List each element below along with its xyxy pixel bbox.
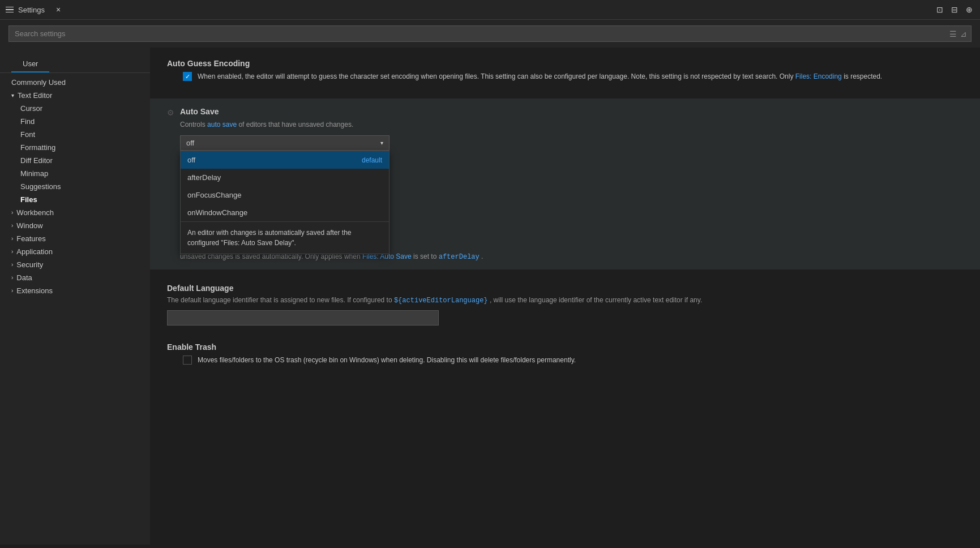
data-chevron: › xyxy=(11,275,13,281)
font-label: Font xyxy=(20,130,35,139)
extensions-label: Extensions xyxy=(16,286,53,295)
main-layout: User Commonly Used ▾ Text Editor Cursor … xyxy=(0,48,980,545)
commonly-used-label: Commonly Used xyxy=(11,78,66,87)
sidebar-item-suggestions[interactable]: Suggestions xyxy=(0,180,150,193)
window-label: Window xyxy=(16,221,42,230)
sidebar-item-features[interactable]: › Features xyxy=(0,232,150,245)
active-editor-language-mono: ${activeEditorLanguage} xyxy=(394,297,488,305)
option-off-label: off xyxy=(187,156,195,164)
auto-save-title: Auto Save xyxy=(180,107,963,116)
files-label: Files xyxy=(20,195,37,204)
sidebar-item-files[interactable]: Files xyxy=(0,193,150,206)
sidebar-item-diff-editor[interactable]: Diff Editor xyxy=(0,154,150,167)
sidebar-item-extensions[interactable]: › Extensions xyxy=(0,284,150,297)
auto-guess-encoding-label: When enabled, the editor will attempt to… xyxy=(198,71,882,82)
sidebar-item-minimap[interactable]: Minimap xyxy=(0,167,150,180)
auto-guess-encoding-title: Auto Guess Encoding xyxy=(167,59,963,68)
layout-icon-3[interactable]: ⊕ xyxy=(964,3,974,16)
sidebar-item-commonly-used[interactable]: Commonly Used xyxy=(0,76,150,89)
formatting-label: Formatting xyxy=(20,143,55,152)
auto-save-gear-icon[interactable]: ⚙ xyxy=(167,108,174,117)
title-bar-left: Settings × xyxy=(6,4,64,15)
sidebar: User Commonly Used ▾ Text Editor Cursor … xyxy=(0,48,150,545)
sidebar-item-window[interactable]: › Window xyxy=(0,219,150,232)
dropdown-option-off[interactable]: off default xyxy=(181,151,389,169)
enable-trash-checkbox-row: Moves files/folders to the OS trash (rec… xyxy=(167,355,963,365)
dropdown-option-afterdelay[interactable]: afterDelay xyxy=(181,169,389,186)
title-bar: Settings × ⊡ ⊟ ⊕ xyxy=(0,0,980,20)
sidebar-item-font[interactable]: Font xyxy=(0,128,150,141)
clear-search-icon[interactable]: ☰ xyxy=(949,29,957,38)
features-label: Features xyxy=(16,234,45,243)
window-chevron: › xyxy=(11,222,13,229)
default-language-input[interactable] xyxy=(167,310,439,326)
extensions-chevron: › xyxy=(11,288,13,294)
auto-save-dropdown-wrapper: off ▾ off default afterDelay xyxy=(180,135,390,151)
filter-icon[interactable]: ⊿ xyxy=(960,29,967,38)
diff-editor-label: Diff Editor xyxy=(20,156,53,165)
default-language-title: Default Language xyxy=(167,284,963,293)
workbench-label: Workbench xyxy=(16,208,54,217)
auto-save-link[interactable]: auto save xyxy=(207,121,237,129)
enable-trash-checkbox[interactable] xyxy=(183,356,192,365)
data-label: Data xyxy=(16,273,32,282)
cursor-label: Cursor xyxy=(20,104,42,113)
auto-save-dropdown-menu: off default afterDelay onFocusChange onW… xyxy=(180,151,390,254)
security-chevron: › xyxy=(11,262,13,268)
enable-trash-title: Enable Trash xyxy=(167,342,963,352)
dropdown-arrow-icon: ▾ xyxy=(380,140,383,146)
dropdown-tooltip: An editor with changes is automatically … xyxy=(181,221,389,254)
search-input[interactable] xyxy=(8,25,972,42)
application-chevron: › xyxy=(11,249,13,255)
dropdown-option-onwindowchange[interactable]: onWindowChange xyxy=(181,204,389,221)
application-label: Application xyxy=(16,247,53,256)
content-area: Auto Guess Encoding When enabled, the ed… xyxy=(150,48,980,545)
option-onfocuschange-label: onFocusChange xyxy=(187,191,241,199)
auto-guess-encoding-section: Auto Guess Encoding When enabled, the ed… xyxy=(167,59,963,82)
settings-title: Settings xyxy=(18,6,45,14)
dropdown-option-onfocuschange[interactable]: onFocusChange xyxy=(181,186,389,204)
sidebar-item-text-editor[interactable]: ▾ Text Editor xyxy=(0,89,150,102)
default-language-section: Default Language The default language id… xyxy=(167,284,963,326)
user-tab[interactable]: User xyxy=(11,55,49,72)
text-editor-chevron: ▾ xyxy=(11,92,14,99)
features-chevron: › xyxy=(11,236,13,242)
auto-save-section: ⚙ Auto Save Controls auto save of editor… xyxy=(150,99,980,269)
sidebar-item-find[interactable]: Find xyxy=(0,115,150,128)
files-encoding-link[interactable]: Files: Encoding xyxy=(795,72,842,80)
search-bar: ☰ ⊿ xyxy=(0,20,980,48)
search-icons: ☰ ⊿ xyxy=(949,29,967,38)
layout-icon-1[interactable]: ⊡ xyxy=(935,3,945,16)
sidebar-item-security[interactable]: › Security xyxy=(0,258,150,271)
sidebar-item-workbench[interactable]: › Workbench xyxy=(0,206,150,219)
enable-trash-label: Moves files/folders to the OS trash (rec… xyxy=(198,355,576,365)
sidebar-divider xyxy=(0,72,150,73)
sidebar-item-data[interactable]: › Data xyxy=(0,271,150,284)
after-delay-mono: afterDelay xyxy=(439,253,480,261)
sidebar-item-formatting[interactable]: Formatting xyxy=(0,141,150,154)
suggestions-label: Suggestions xyxy=(20,182,61,191)
title-bar-right: ⊡ ⊟ ⊕ xyxy=(935,3,974,16)
auto-save-content: Auto Save Controls auto save of editors … xyxy=(180,107,963,261)
settings-close-button[interactable]: × xyxy=(53,4,64,15)
sidebar-item-cursor[interactable]: Cursor xyxy=(0,102,150,115)
auto-guess-encoding-checkbox-row: When enabled, the editor will attempt to… xyxy=(167,71,963,82)
minimap-label: Minimap xyxy=(20,169,48,178)
text-editor-label: Text Editor xyxy=(18,91,52,100)
hamburger-icon[interactable] xyxy=(6,7,14,13)
option-onwindowchange-label: onWindowChange xyxy=(187,208,247,217)
enable-trash-section: Enable Trash Moves files/folders to the … xyxy=(167,342,963,365)
auto-save-selected-value: off xyxy=(186,139,194,147)
auto-guess-encoding-checkbox[interactable] xyxy=(183,72,192,81)
auto-save-description: Controls auto save of editors that have … xyxy=(180,119,963,130)
sidebar-item-application[interactable]: › Application xyxy=(0,245,150,258)
workbench-chevron: › xyxy=(11,209,13,216)
layout-icon-2[interactable]: ⊟ xyxy=(949,3,960,16)
auto-save-dropdown-trigger[interactable]: off ▾ xyxy=(180,135,390,151)
option-afterdelay-label: afterDelay xyxy=(187,173,221,182)
search-input-wrapper: ☰ ⊿ xyxy=(8,25,972,42)
security-label: Security xyxy=(16,260,43,269)
find-label: Find xyxy=(20,117,35,126)
default-language-description: The default language identifier that is … xyxy=(167,295,963,306)
option-off-default: default xyxy=(362,156,382,164)
